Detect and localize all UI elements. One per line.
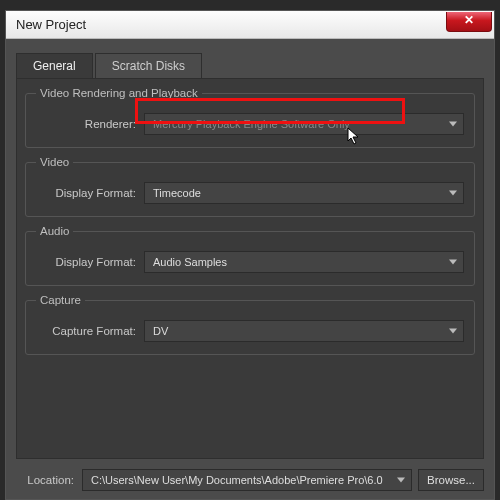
- audio-format-value: Audio Samples: [153, 256, 227, 268]
- tab-scratch-disks[interactable]: Scratch Disks: [95, 53, 202, 78]
- tab-general[interactable]: General: [16, 53, 93, 78]
- capture-format-label: Capture Format:: [36, 325, 144, 337]
- titlebar[interactable]: New Project ✕: [6, 11, 494, 39]
- location-value: C:\Users\New User\My Documents\Adobe\Pre…: [91, 474, 383, 486]
- location-label: Location:: [16, 474, 82, 486]
- general-panel: Video Rendering and Playback Renderer: M…: [16, 79, 484, 459]
- audio-group: Audio Display Format: Audio Samples: [25, 225, 475, 286]
- group-legend: Capture: [36, 294, 85, 306]
- browse-button[interactable]: Browse...: [418, 469, 484, 491]
- close-button[interactable]: ✕: [446, 12, 492, 32]
- close-icon: ✕: [464, 13, 474, 27]
- window-title: New Project: [16, 17, 446, 32]
- chevron-down-icon: [449, 329, 457, 334]
- video-format-value: Timecode: [153, 187, 201, 199]
- group-legend: Audio: [36, 225, 73, 237]
- chevron-down-icon: [449, 260, 457, 265]
- capture-group: Capture Capture Format: DV: [25, 294, 475, 355]
- chevron-down-icon: [449, 122, 457, 127]
- new-project-dialog: New Project ✕ General Scratch Disks Vide…: [5, 10, 495, 500]
- video-group: Video Display Format: Timecode: [25, 156, 475, 217]
- client-area: General Scratch Disks Video Rendering an…: [6, 39, 494, 499]
- renderer-value: Mercury Playback Engine Software Only: [153, 118, 350, 130]
- audio-format-label: Display Format:: [36, 256, 144, 268]
- chevron-down-icon: [397, 478, 405, 483]
- location-dropdown[interactable]: C:\Users\New User\My Documents\Adobe\Pre…: [82, 469, 412, 491]
- audio-format-dropdown[interactable]: Audio Samples: [144, 251, 464, 273]
- video-rendering-group: Video Rendering and Playback Renderer: M…: [25, 87, 475, 148]
- video-format-label: Display Format:: [36, 187, 144, 199]
- location-row: Location: C:\Users\New User\My Documents…: [16, 469, 484, 491]
- group-legend: Video Rendering and Playback: [36, 87, 202, 99]
- video-format-dropdown[interactable]: Timecode: [144, 182, 464, 204]
- group-legend: Video: [36, 156, 73, 168]
- tab-strip: General Scratch Disks: [16, 53, 484, 79]
- capture-format-value: DV: [153, 325, 168, 337]
- capture-format-dropdown[interactable]: DV: [144, 320, 464, 342]
- chevron-down-icon: [449, 191, 457, 196]
- renderer-label: Renderer:: [36, 118, 144, 130]
- renderer-dropdown[interactable]: Mercury Playback Engine Software Only: [144, 113, 464, 135]
